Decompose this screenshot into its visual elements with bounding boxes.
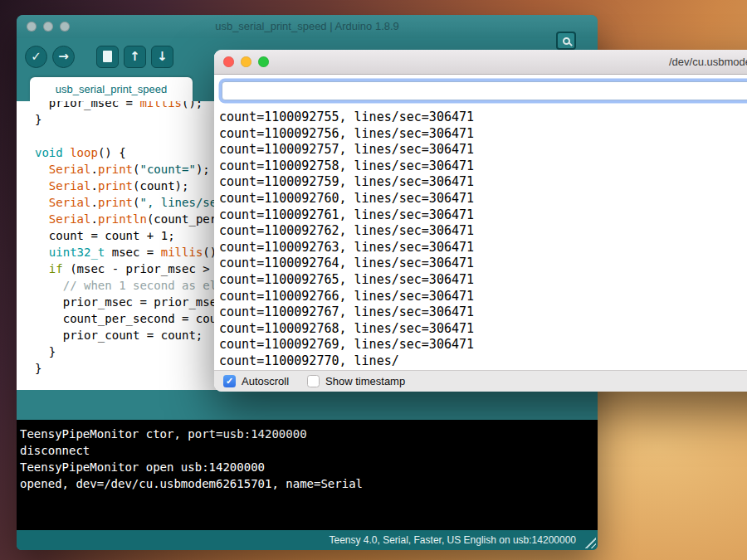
board-status-text: Teensy 4.0, Serial, Faster, US English o… — [329, 534, 576, 546]
serial-monitor-title: /dev/cu.usbmodem62615701 — [669, 56, 747, 68]
code-token: if — [49, 262, 63, 275]
console-line: disconnect — [20, 442, 594, 459]
serial-output-line: count=1100092761, lines/sec=306471 — [219, 207, 747, 224]
show-timestamp-checkbox[interactable] — [307, 375, 320, 387]
code-token: () { — [98, 146, 126, 159]
code-token: loop — [70, 146, 98, 159]
code-token: msec = — [105, 246, 160, 259]
serial-output-line: count=1100092757, lines/sec=306471 — [219, 142, 747, 158]
autoscroll-option[interactable]: ✓ Autoscroll — [223, 375, 289, 387]
code-token: prior_msec = — [35, 101, 139, 110]
code-token: } — [35, 345, 56, 358]
console-line: TeensyPipeMonitor ctor, port=usb:1420000… — [20, 426, 594, 442]
arduino-titlebar[interactable]: usb_serial_print_speed | Arduino 1.8.9 — [17, 15, 598, 38]
serial-output-line: count=1100092763, lines/sec=306471 — [219, 240, 747, 256]
open-button[interactable]: ↑ — [124, 46, 146, 68]
serial-monitor-window: /dev/cu.usbmodem62615701 count=110009275… — [214, 50, 747, 392]
code-token: . — [90, 212, 97, 226]
verify-button[interactable]: ✓ — [25, 46, 47, 68]
serial-output-line: count=1100092762, lines/sec=306471 — [219, 223, 747, 240]
serial-output-line: count=1100092767, lines/sec=306471 — [219, 304, 747, 321]
serial-output-line: count=1100092765, lines/sec=306471 — [219, 272, 747, 289]
check-icon: ✓ — [226, 376, 233, 387]
arrow-right-icon: → — [58, 49, 69, 64]
serial-output-line: count=1100092759, lines/sec=306471 — [219, 174, 747, 191]
code-token — [35, 212, 49, 226]
serial-output-line: count=1100092756, lines/sec=306471 — [219, 126, 747, 143]
check-icon: ✓ — [31, 49, 42, 64]
code-token: uint32_t — [49, 246, 105, 259]
close-icon[interactable] — [223, 56, 234, 67]
autoscroll-label: Autoscroll — [242, 375, 289, 387]
code-token: } — [35, 113, 42, 126]
autoscroll-checkbox[interactable]: ✓ — [223, 375, 236, 387]
desktop-background: usb_serial_print_speed | Arduino 1.8.9 ✓… — [0, 0, 747, 560]
code-token: Serial — [49, 196, 91, 209]
save-button[interactable]: ↓ — [151, 46, 173, 68]
code-token: print — [98, 196, 133, 209]
new-sketch-button[interactable] — [96, 46, 119, 68]
tab-label: usb_serial_print_speed — [56, 83, 167, 95]
code-token — [35, 196, 49, 209]
code-token: . — [90, 179, 97, 192]
minimize-icon[interactable] — [241, 56, 251, 67]
console-output: TeensyPipeMonitor ctor, port=usb:1420000… — [17, 420, 598, 530]
code-token: (); — [182, 101, 203, 110]
serial-output-line: count=1100092760, lines/sec=306471 — [219, 191, 747, 207]
tab-usb-serial-print-speed[interactable]: usb_serial_print_speed — [30, 77, 193, 101]
upload-button[interactable]: → — [52, 46, 75, 68]
code-token: print — [98, 163, 133, 176]
window-title: usb_serial_print_speed | Arduino 1.8.9 — [17, 20, 598, 32]
code-token: ); — [196, 163, 210, 176]
message-area — [17, 390, 598, 420]
code-token: millis — [161, 246, 203, 259]
code-token — [63, 146, 70, 159]
code-token: Serial — [49, 212, 91, 226]
code-token — [35, 179, 49, 192]
serial-monitor-titlebar[interactable]: /dev/cu.usbmodem62615701 — [214, 50, 747, 75]
console-line: opened, dev=/dev/cu.usbmodem62615701, na… — [20, 475, 594, 492]
code-token: ", lines/se — [139, 196, 217, 209]
console-line: TeensyPipeMonitor open usb:14200000 — [20, 459, 594, 475]
code-token — [35, 163, 49, 176]
window-controls — [223, 56, 269, 67]
code-token: void — [35, 146, 63, 159]
code-token: . — [90, 196, 97, 209]
serial-output-line: count=1100092768, lines/sec=306471 — [219, 321, 747, 338]
serial-output: count=1100092755, lines/sec=306471count=… — [214, 108, 747, 370]
serial-monitor-bottombar: ✓ Autoscroll Show timestamp — [214, 370, 747, 392]
zoom-icon[interactable] — [258, 56, 269, 67]
code-token: } — [35, 362, 42, 375]
resize-grip[interactable] — [583, 536, 596, 548]
code-token: (count_per — [147, 212, 217, 226]
code-token: prior_count = count; — [35, 329, 203, 342]
arrow-down-icon: ↓ — [157, 49, 168, 64]
code-token — [35, 262, 49, 275]
serial-output-line: count=1100092758, lines/sec=306471 — [219, 158, 747, 175]
code-token: println — [98, 212, 147, 226]
show-timestamp-label: Show timestamp — [325, 375, 405, 387]
code-token: (msec - prior_msec > — [63, 262, 217, 275]
code-token: print — [98, 179, 133, 192]
code-token: prior_msec = prior_mse — [35, 295, 217, 309]
show-timestamp-option[interactable]: Show timestamp — [307, 375, 405, 387]
code-token: millis — [139, 101, 182, 110]
magnifier-icon — [563, 37, 570, 45]
code-token: . — [90, 163, 97, 176]
code-token: // when 1 second as el — [63, 279, 217, 292]
serial-output-line: count=1100092769, lines/sec=306471 — [219, 337, 747, 353]
code-token: count = count + 1; — [35, 229, 175, 242]
code-token: Serial — [49, 163, 91, 176]
code-token — [35, 279, 63, 292]
code-token — [35, 246, 49, 259]
serial-monitor-button[interactable] — [556, 32, 576, 50]
code-token: Serial — [49, 179, 91, 192]
code-token: (count); — [133, 179, 188, 192]
status-bar: Teensy 4.0, Serial, Faster, US English o… — [17, 530, 598, 550]
serial-output-line: count=1100092755, lines/sec=306471 — [219, 110, 747, 126]
code-token: "count=" — [139, 163, 195, 176]
serial-send-input[interactable] — [222, 81, 747, 100]
code-token: count_per_second = cou — [35, 312, 217, 325]
document-icon — [103, 51, 112, 62]
serial-input-row — [214, 75, 747, 106]
